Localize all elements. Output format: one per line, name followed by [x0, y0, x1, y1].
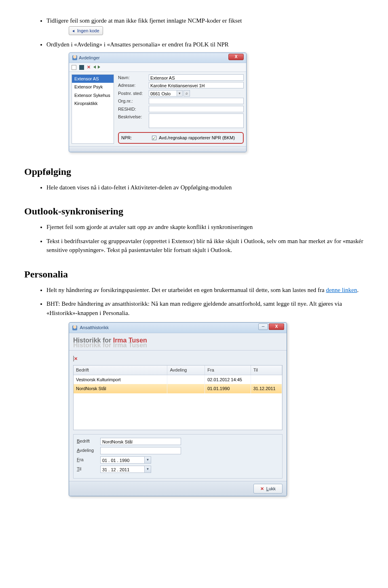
- heading-outlook: Outlook-synkronisering: [24, 204, 364, 218]
- reshid-label: RESHID:: [118, 106, 149, 113]
- save-icon[interactable]: [79, 65, 84, 70]
- npr-check-text: Avd./regnskap rapporterer NPR (BKM): [159, 134, 235, 141]
- form-avdeling-label: Avdeling: [77, 447, 100, 454]
- personalia-b1-text-a: Helt ny håndtering av forsikringspasient…: [46, 287, 326, 293]
- form-bedrift-label: Bedrift: [77, 438, 100, 445]
- hist-toolbar: ✕: [69, 354, 287, 364]
- sidebar-item[interactable]: Kiropraktikk: [72, 99, 114, 108]
- heading-oppfolging: Oppfølging: [24, 164, 364, 179]
- table-blank-area: [74, 393, 282, 430]
- form-til-label: Til: [77, 466, 100, 472]
- lukk-label-rest: ukk: [269, 486, 276, 491]
- lukk-button[interactable]: ✕Lukk: [253, 484, 283, 494]
- bullet-ncmp-text: Tidligere feil som gjorde at man ikke fi…: [46, 17, 242, 24]
- navn-input[interactable]: Extensor AS: [149, 74, 244, 81]
- beskrivelse-input[interactable]: [149, 113, 244, 128]
- personalia-bullets: Helt ny håndtering av forsikringspasient…: [24, 286, 364, 497]
- avdelinger-dialog: Avdelinger X ✕ Extensor AS Extensor Psyk…: [69, 52, 247, 152]
- cell-avdeling: [167, 384, 205, 393]
- delete-icon[interactable]: ✕: [87, 65, 91, 69]
- prev-icon[interactable]: [93, 65, 96, 69]
- cell-til: 31.12.2011: [251, 384, 282, 393]
- dialog-body: Extensor AS Extensor Psyk Extensor Sykeh…: [69, 72, 246, 146]
- table-row[interactable]: Vestnorsk Kulturimport 02.01.2012 14:45: [74, 375, 282, 384]
- npr-label: NPR:: [121, 134, 152, 141]
- arrow-left-icon: [72, 30, 74, 32]
- ingen-kode-label: Ingen kode: [77, 28, 99, 33]
- oppfolging-b1: Hele datoen vises nå i dato-feltet i Akt…: [46, 183, 364, 192]
- outlook-b1: Fjernet feil som gjorde at avtaler satt …: [46, 223, 364, 232]
- cell-til: [251, 375, 282, 384]
- delete-icon[interactable]: ✕: [74, 356, 78, 361]
- table-row-selected[interactable]: NordNorsk Stål 01.01.1990 31.12.2011: [74, 384, 282, 393]
- dialog-toolbar: ✕: [69, 63, 246, 72]
- col-til[interactable]: Til: [251, 365, 282, 375]
- dialog-footer: [69, 146, 246, 152]
- hist-titlebar[interactable]: Ansatthistorikk – X: [69, 323, 287, 333]
- download-link[interactable]: denne linken: [326, 287, 357, 293]
- personalia-b2-text: BHT: Bedre håndtering av ansatthistorikk…: [46, 300, 342, 316]
- navn-label: Navn:: [118, 74, 149, 81]
- oppfolging-bullets: Hele datoen vises nå i dato-feltet i Akt…: [24, 183, 364, 192]
- cell-avdeling: [167, 375, 205, 384]
- col-fra[interactable]: Fra: [205, 365, 251, 375]
- npr-highlighted-row: NPR: Avd./regnskap rapporterer NPR (BKM): [118, 132, 244, 144]
- close-x-icon: ✕: [260, 486, 264, 491]
- cell-fra: 02.01.2012 14:45: [205, 375, 251, 384]
- sidebar-item[interactable]: Extensor AS: [72, 75, 114, 83]
- hist-edit-form: Bedrift NordNorsk Stål Avdeling Fra 01 .…: [73, 434, 283, 479]
- next-icon[interactable]: [98, 65, 100, 69]
- close-icon[interactable]: X: [228, 54, 244, 60]
- avdeling-list[interactable]: Extensor AS Extensor Psyk Extensor Sykeh…: [72, 74, 114, 144]
- bullet-ordlyden-text: Ordlyden i «Avdeling» i «Ansattes person…: [46, 41, 229, 48]
- beskrivelse-label: Beskrivelse:: [118, 113, 149, 120]
- hist-footer: ✕Lukk: [69, 481, 287, 496]
- window-icon: [72, 55, 77, 60]
- hist-table: Bedrift Avdeling Fra Til Vestnorsk Kultu…: [73, 365, 283, 430]
- personalia-b1-text-b: .: [357, 287, 359, 293]
- ansatthistorikk-dialog: Ansatthistorikk – X Historikk for Irma T…: [69, 322, 287, 496]
- form-fra-input[interactable]: 01 . 01 . 1990: [100, 456, 145, 464]
- orgnr-input[interactable]: [149, 98, 244, 104]
- form-bedrift-input[interactable]: NordNorsk Stål: [100, 438, 181, 445]
- postnr-label: Postnr. sted:: [118, 90, 149, 97]
- close-icon[interactable]: X: [269, 323, 284, 330]
- sidebar-item[interactable]: Extensor Sykehus: [72, 91, 114, 100]
- adresse-input[interactable]: Karoline Kristiansensvei 1H: [149, 82, 244, 88]
- personalia-b2: BHT: Bedre håndtering av ansatthistorikk…: [46, 299, 364, 496]
- top-bullets: Tidligere feil som gjorde at man ikke fi…: [24, 16, 364, 152]
- cell-fra: 01.01.1990: [205, 384, 251, 393]
- bullet-ordlyden: Ordlyden i «Avdeling» i «Ansattes person…: [46, 40, 364, 152]
- hist-heading-shadow: Historikk for Irma Tusen: [69, 340, 287, 351]
- minimize-icon[interactable]: –: [258, 323, 268, 330]
- postnr-input[interactable]: 0661 Oslo: [149, 90, 177, 97]
- outlook-b2: Tekst i bedriftsavtaler og gruppeavtaler…: [46, 237, 364, 255]
- col-bedrift[interactable]: Bedrift: [74, 365, 167, 375]
- bullet-ncmp: Tidligere feil som gjorde at man ikke fi…: [46, 16, 364, 35]
- dialog-form: Navn: Extensor AS Adresse: Karoline Kris…: [114, 74, 244, 144]
- sidebar-item[interactable]: Extensor Psyk: [72, 83, 114, 91]
- col-avdeling[interactable]: Avdeling: [167, 365, 205, 375]
- dialog-title: Avdelinger: [79, 55, 100, 61]
- ingen-kode-button[interactable]: Ingen kode: [69, 26, 103, 36]
- window-icon: [72, 326, 77, 330]
- personalia-b1: Helt ny håndtering av forsikringspasient…: [46, 286, 364, 295]
- orgnr-label: Org.nr.:: [118, 98, 149, 105]
- til-dropdown-icon[interactable]: ▼: [145, 466, 151, 473]
- heading-personalia: Personalia: [24, 267, 364, 281]
- form-avdeling-input[interactable]: [100, 447, 181, 454]
- fra-dropdown-icon[interactable]: ▼: [145, 456, 151, 464]
- cell-bedrift: NordNorsk Stål: [74, 384, 167, 393]
- reshid-input[interactable]: [149, 106, 244, 112]
- hist-window-title: Ansatthistorikk: [80, 325, 109, 330]
- form-fra-label: Fra: [77, 456, 100, 463]
- outlook-bullets: Fjernet feil som gjorde at avtaler satt …: [24, 223, 364, 255]
- form-til-input[interactable]: 31 . 12 . 2011: [100, 466, 145, 473]
- dialog-titlebar[interactable]: Avdelinger X: [69, 53, 246, 63]
- postnr-search-icon[interactable]: ⌕: [183, 90, 190, 97]
- adresse-label: Adresse:: [118, 82, 149, 89]
- cell-bedrift: Vestnorsk Kulturimport: [74, 375, 167, 384]
- postnr-dropdown-icon[interactable]: ▾: [177, 90, 183, 97]
- new-icon[interactable]: [72, 65, 76, 70]
- npr-checkbox[interactable]: [152, 136, 156, 140]
